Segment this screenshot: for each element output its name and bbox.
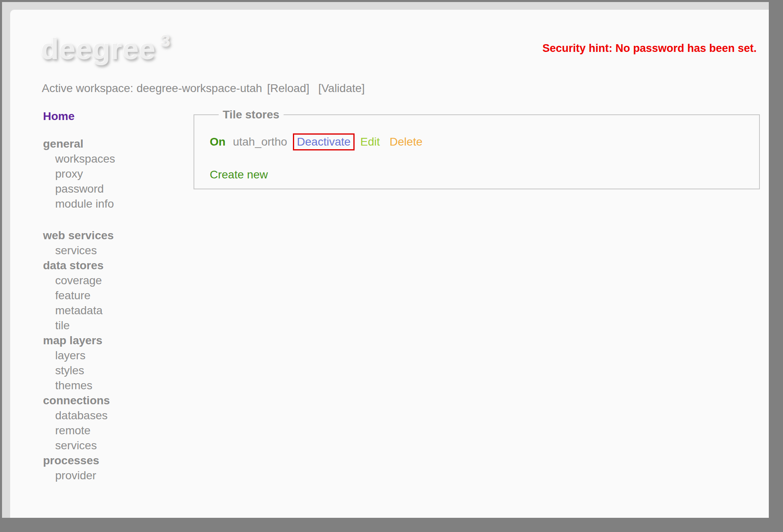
sidebar-group-processes: processes provider	[43, 453, 177, 483]
sidebar-item-styles[interactable]: styles	[43, 363, 177, 378]
sidebar-group-header-data-stores: data stores	[43, 258, 177, 273]
sidebar-group-data-stores: data stores coverage feature metadata ti…	[43, 258, 177, 333]
sidebar-item-layers[interactable]: layers	[43, 348, 177, 363]
sidebar: Home general workspaces proxy password m…	[43, 109, 177, 483]
delete-link[interactable]: Delete	[389, 135, 422, 148]
reload-link[interactable]: [Reload]	[267, 82, 309, 94]
status-on-badge: On	[210, 135, 226, 148]
deactivate-highlight-box: Deactivate	[293, 133, 355, 150]
workspace-status-line: Active workspace: deegree-workspace-utah…	[42, 82, 365, 95]
logo-text: deegree	[41, 33, 156, 65]
sidebar-group-header-web-services: web services	[43, 228, 177, 243]
page-background-frame: deegree3 Security hint: No password has …	[2, 2, 769, 518]
tile-stores-fieldset: Tile stores On utah_ortho Deactivate Edi…	[194, 108, 760, 189]
sidebar-group-header-map-layers: map layers	[43, 333, 177, 348]
sidebar-item-provider[interactable]: provider	[43, 468, 177, 483]
sidebar-item-password[interactable]: password	[43, 181, 177, 196]
sidebar-item-databases[interactable]: databases	[43, 408, 177, 423]
active-workspace-label: Active workspace: deegree-workspace-utah	[42, 82, 262, 94]
edit-link[interactable]: Edit	[360, 135, 380, 148]
tile-store-row: On utah_ortho Deactivate Edit Delete	[210, 133, 751, 150]
sidebar-item-proxy[interactable]: proxy	[43, 166, 177, 181]
sidebar-item-web-services-services[interactable]: services	[43, 243, 177, 258]
sidebar-group-general: general workspaces proxy password module…	[43, 136, 177, 211]
tile-stores-legend: Tile stores	[219, 108, 284, 121]
sidebar-group-connections: connections databases remote services	[43, 393, 177, 453]
console-panel: deegree3 Security hint: No password has …	[10, 10, 769, 518]
security-hint: Security hint: No password has been set.	[542, 42, 757, 55]
sidebar-item-remote[interactable]: remote	[43, 423, 177, 438]
sidebar-item-workspaces[interactable]: workspaces	[43, 151, 177, 166]
deegree-logo: deegree3	[41, 32, 171, 66]
sidebar-group-map-layers: map layers layers styles themes	[43, 333, 177, 393]
sidebar-group-web-services: web services services	[43, 228, 177, 258]
logo-superscript-3: 3	[161, 31, 170, 50]
tile-store-name: utah_ortho	[233, 135, 287, 148]
deactivate-link[interactable]: Deactivate	[297, 135, 351, 148]
sidebar-group-header-general: general	[43, 136, 177, 151]
sidebar-item-home[interactable]: Home	[43, 109, 177, 124]
sidebar-item-themes[interactable]: themes	[43, 378, 177, 393]
sidebar-item-coverage[interactable]: coverage	[43, 273, 177, 288]
sidebar-item-feature[interactable]: feature	[43, 288, 177, 303]
create-new-link[interactable]: Create new	[210, 168, 268, 181]
validate-link[interactable]: [Validate]	[318, 82, 365, 94]
sidebar-group-header-connections: connections	[43, 393, 177, 408]
sidebar-item-metadata[interactable]: metadata	[43, 303, 177, 318]
sidebar-item-module-info[interactable]: module info	[43, 196, 177, 211]
sidebar-item-connection-services[interactable]: services	[43, 438, 177, 453]
sidebar-group-header-processes: processes	[43, 453, 177, 468]
sidebar-item-tile[interactable]: tile	[43, 318, 177, 333]
